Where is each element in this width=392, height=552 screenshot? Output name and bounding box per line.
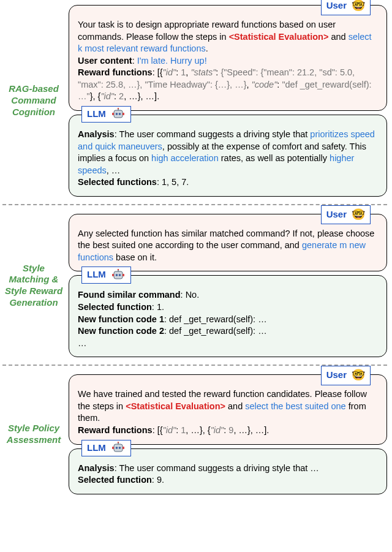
s2-llm-l4: New function code 2: def _get_reward(sel…	[78, 325, 378, 338]
s3-llm-bubble: LLM Analysis: The user command suggests …	[69, 448, 387, 494]
s3-llm-analysis: Analysis: The user command suggests a dr…	[78, 463, 378, 475]
svg-rect-0	[114, 110, 123, 118]
s3-user-bubble: User 🤓 We have trained and tested the re…	[69, 374, 387, 444]
section-3-label: Style Policy Assessment	[2, 423, 65, 446]
svg-point-18	[118, 442, 119, 443]
user-tag: User 🤓	[321, 366, 371, 385]
s1-llm-analysis: Analysis: The user command suggests a dr…	[78, 129, 378, 176]
llm-tag-label: LLM	[87, 442, 106, 454]
robot-icon	[111, 108, 126, 120]
section-1: RAG-based Command Cognition User 🤓 Your …	[2, 5, 387, 197]
nerd-face-icon: 🤓	[352, 368, 365, 382]
s1-llm-selected: Selected functions: 1, 5, 7.	[78, 176, 378, 189]
svg-rect-14	[114, 444, 123, 452]
svg-rect-5	[112, 113, 114, 115]
stat-eval-ref: <Statistical Evaluation>	[229, 32, 329, 42]
select-best-phrase: select the best suited one	[245, 401, 345, 411]
s1-user-p2: User content: I'm late. Hurry up!	[78, 55, 378, 67]
s2-llm-l2: Selected function: 1.	[78, 301, 378, 314]
s3-user-p2: Reward functions: [{"id": 1, …}, {"id": …	[78, 425, 378, 437]
svg-point-1	[116, 113, 118, 115]
s2-llm-l5: …	[78, 338, 378, 350]
robot-icon	[111, 442, 126, 454]
svg-rect-12	[112, 274, 114, 276]
s2-llm-l1: Found similar command: No.	[78, 289, 378, 301]
section-2-column: User 🤓 Any selected function has similar…	[69, 214, 387, 358]
llm-tag-label: LLM	[87, 108, 106, 120]
s2-llm-bubble: LLM Found similar command: No. Selected …	[69, 275, 387, 357]
nerd-face-icon: 🤓	[352, 207, 365, 222]
svg-point-8	[116, 274, 118, 276]
s3-user-p1: We have trained and tested the reward fu…	[78, 388, 378, 425]
section-3-column: User 🤓 We have trained and tested the re…	[69, 374, 387, 494]
nerd-face-icon: 🤓	[352, 0, 365, 13]
s1-user-p1: Your task is to design appropriate rewar…	[78, 19, 378, 55]
user-tag-label: User	[326, 369, 347, 381]
s3-llm-selected: Selected function: 9.	[78, 474, 378, 486]
llm-tag-label: LLM	[87, 268, 106, 281]
svg-rect-7	[114, 271, 123, 279]
section-3: Style Policy Assessment User 🤓 We have t…	[2, 374, 387, 494]
svg-point-11	[118, 269, 119, 270]
s2-user-p1: Any selected function has similar matche…	[78, 228, 378, 264]
svg-rect-13	[123, 274, 124, 276]
user-tag: User 🤓	[321, 205, 371, 224]
llm-tag: LLM	[81, 106, 131, 123]
svg-point-9	[119, 274, 121, 276]
s2-llm-l3: New function code 1: def _get_reward(sel…	[78, 314, 378, 326]
user-tag-label: User	[326, 208, 347, 221]
section-2: Style Matching & Style Reward Generation…	[2, 214, 387, 358]
svg-point-2	[119, 113, 121, 115]
svg-rect-20	[123, 447, 124, 449]
svg-point-4	[118, 108, 119, 109]
s2-user-bubble: User 🤓 Any selected function has similar…	[69, 214, 387, 272]
svg-rect-19	[112, 447, 114, 449]
s1-user-p3: Reward functions: [{"id": 1, "stats": {"…	[78, 67, 378, 103]
llm-tag: LLM	[81, 267, 131, 283]
robot-icon	[111, 269, 126, 281]
s1-llm-bubble: LLM Analysis: The user command suggests …	[69, 115, 387, 197]
s1-user-bubble: User 🤓 Your task is to design appropriat…	[69, 5, 387, 111]
section-2-label: Style Matching & Style Reward Generation	[2, 263, 65, 309]
section-1-column: User 🤓 Your task is to design appropriat…	[69, 5, 387, 197]
llm-tag: LLM	[81, 440, 131, 456]
section-1-label: RAG-based Command Cognition	[2, 83, 65, 118]
stat-eval-ref: <Statistical Evaluation>	[126, 401, 225, 411]
user-tag-label: User	[326, 0, 347, 12]
svg-point-16	[119, 447, 121, 449]
svg-point-15	[116, 447, 118, 449]
svg-rect-6	[123, 113, 124, 115]
user-command-text: I'm late. Hurry up!	[137, 56, 207, 66]
user-tag: User 🤓	[321, 0, 371, 15]
